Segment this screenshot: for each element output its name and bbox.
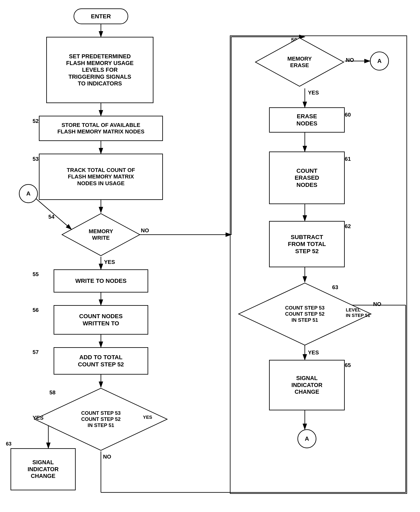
step61-label: 61 [345, 156, 351, 162]
step59-no-label: NO [346, 57, 354, 63]
step61-text: COUNTERASEDNODES [295, 167, 319, 189]
step62-text: SUBTRACTFROM TOTALSTEP 52 [288, 233, 326, 255]
step53-text: TRACK TOTAL COUNT OFFLASH MEMORY MATRIXN… [67, 167, 135, 187]
step58-yes-label: YES [33, 415, 44, 421]
step59-diamond: MEMORYERASE [254, 37, 345, 87]
step56-text: COUNT NODESWRITTEN TO [79, 313, 123, 327]
step57-box: ADD TO TOTALCOUNT STEP 52 [54, 347, 148, 375]
step65-label: 65 [345, 362, 351, 368]
step63-text: COUNT STEP 53COUNT STEP 52IN STEP 51 [285, 305, 325, 323]
step60-text: ERASENODES [296, 113, 317, 127]
step59-yes-label: YES [308, 89, 319, 96]
circle-a-right1: A [370, 52, 389, 70]
step54-label: 54 [48, 214, 54, 220]
step61-box: COUNTERASEDNODES [269, 152, 345, 204]
step52-text: STORE TOTAL OF AVAILABLEFLASH MEMORY MAT… [57, 122, 144, 135]
circle-a-left: A [19, 184, 38, 203]
step63-no-label: NO [373, 301, 381, 307]
step63-yes-label: YES [308, 349, 319, 356]
signal-left-text: SIGNALINDICATORCHANGE [28, 459, 59, 479]
step59-text: MEMORYERASE [287, 55, 312, 69]
step55-box: WRITE TO NODES [54, 269, 148, 293]
step60-label: 60 [345, 112, 351, 118]
step52-box: STORE TOTAL OF AVAILABLEFLASH MEMORY MAT… [39, 116, 163, 141]
step60-box: ERASENODES [269, 107, 345, 132]
signal-left-box: SIGNALINDICATORCHANGE [10, 448, 76, 490]
step63-level-label: LEVELIN STEP 51 [346, 307, 370, 318]
signal-right-text: SIGNALINDICATORCHANGE [291, 375, 322, 395]
step56-box: COUNT NODESWRITTEN TO [54, 305, 148, 335]
circle-a-right2: A [297, 429, 316, 448]
step62-label: 62 [345, 223, 351, 230]
step53-box: TRACK TOTAL COUNT OFFLASH MEMORY MATRIXN… [39, 154, 163, 200]
step53-label: 53 [33, 156, 39, 162]
step55-label: 55 [33, 271, 39, 278]
signal-right-box: SIGNALINDICATORCHANGE [269, 360, 345, 410]
step62-box: SUBTRACTFROM TOTALSTEP 52 [269, 221, 345, 267]
step55-text: WRITE TO NODES [75, 277, 127, 285]
step54-no-label: NO [141, 227, 149, 234]
step54-diamond: MEMORYWRITE [61, 213, 141, 257]
step57-text: ADD TO TOTALCOUNT STEP 52 [78, 354, 124, 368]
enter-node: ENTER [74, 8, 128, 24]
step54-yes-label: YES [104, 259, 115, 265]
enter-label: ENTER [91, 13, 111, 20]
step52-label: 52 [33, 118, 39, 124]
step56-label: 56 [33, 307, 39, 313]
step58-text: COUNT STEP 53COUNT STEP 52IN STEP 51 [81, 410, 121, 428]
step58-no-label: NO [103, 453, 111, 460]
step51-text: SET PREDETERMINEDFLASH MEMORY USAGELEVEL… [66, 53, 134, 87]
step58-level-label: YES [143, 415, 152, 420]
step54-text: MEMORYWRITE [89, 228, 113, 241]
step63-ref-label: 63 [6, 441, 12, 447]
step51-box: SET PREDETERMINEDFLASH MEMORY USAGELEVEL… [46, 37, 153, 103]
flowchart: ENTER 51 SET PREDETERMINEDFLASH MEMORY U… [0, 0, 420, 512]
step57-label: 57 [33, 349, 39, 356]
